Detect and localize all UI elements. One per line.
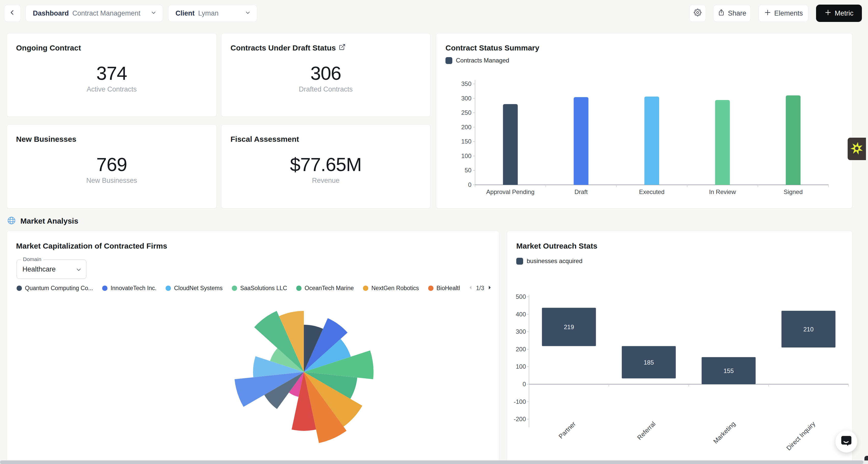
market-outreach-card: Market Outreach Stats businesses acquire… [507,231,852,464]
chevron-down-icon [151,10,157,17]
card-title: Ongoing Contract [16,44,81,52]
svg-text:300: 300 [516,328,526,335]
card-title: Contracts Under Draft Status [230,44,346,52]
back-button[interactable] [4,5,21,22]
bar-signed[interactable] [786,95,801,185]
svg-text:Approval Pending: Approval Pending [486,188,534,195]
svg-text:155: 155 [723,367,734,374]
client-select[interactable]: Client Lyman [168,5,257,22]
card-title: New Businesses [16,135,76,144]
share-icon [718,9,725,18]
chart-canvas: 5004003002001000-100-200219Partner185Ref… [507,231,853,464]
globe-icon [7,216,16,226]
asterisk-logo-icon [849,141,864,157]
metric-button-label: Metric [835,9,854,17]
plus-icon [825,9,832,18]
dashboard-select-value: Contract Management [72,9,140,17]
stat-card-fiscal-assessment: Fiscal Assessment $77.65M Revenue [221,124,430,208]
contract-status-summary-card: Contract Status Summary Contracts Manage… [436,33,852,208]
dashboard-root: Dashboard Contract Management Client Lym… [0,0,868,464]
svg-text:100: 100 [461,152,471,160]
stat-value: 374 [7,62,216,84]
svg-text:0: 0 [523,381,526,387]
chart-canvas: 050100150200250300350Approval PendingDra… [436,33,853,209]
stat-label: New Businesses [7,177,216,184]
settings-button[interactable] [689,5,706,22]
svg-text:100: 100 [516,363,526,370]
svg-text:Executed: Executed [639,188,664,195]
svg-text:400: 400 [516,311,526,318]
svg-text:Draft: Draft [574,188,588,195]
client-select-value: Lyman [198,9,219,17]
bar-approval-pending[interactable] [503,104,518,185]
svg-text:200: 200 [461,124,471,130]
svg-text:Partner: Partner [557,420,577,440]
svg-text:200: 200 [516,346,526,353]
card-title: Fiscal Assessment [230,135,299,144]
svg-text:0: 0 [468,181,471,188]
chat-bubble-icon [840,435,852,448]
stat-label: Active Contracts [7,85,216,93]
horizontal-scrollbar-thumb[interactable] [0,460,863,464]
dashboard-select-label: Dashboard [33,9,69,17]
add-elements-button[interactable]: Elements [758,5,808,22]
svg-text:210: 210 [803,326,813,333]
stat-card-ongoing-contract: Ongoing Contract 374 Active Contracts [7,33,217,117]
svg-text:350: 350 [461,80,471,87]
plus-icon [764,9,771,18]
stat-value: $77.65M [221,154,430,175]
svg-text:Referral: Referral [636,420,657,441]
stat-value: 769 [7,154,216,175]
client-select-label: Client [176,9,194,17]
chevron-left-icon [9,9,16,18]
external-link-icon[interactable] [339,44,346,52]
add-metric-button[interactable]: Metric [816,5,862,22]
stat-card-new-businesses: New Businesses 769 New Businesses [7,124,217,208]
share-button[interactable]: Share [713,5,751,22]
section-title: Market Analysis [20,217,78,225]
stat-label: Revenue [221,177,430,184]
svg-text:In Review: In Review [709,188,736,195]
svg-text:500: 500 [516,293,526,300]
market-cap-card: Market Capitalization of Contracted Firm… [7,231,499,464]
stat-card-contracts-under-draft: Contracts Under Draft Status 306 Drafted… [221,33,430,117]
svg-text:-200: -200 [514,415,526,423]
bar-draft[interactable] [574,97,588,185]
stat-value: 306 [221,62,430,84]
horizontal-scrollbar[interactable] [0,460,868,464]
topbar: Dashboard Contract Management Client Lym… [0,0,868,27]
svg-text:219: 219 [564,323,574,330]
gear-icon [694,9,702,18]
svg-text:Marketing: Marketing [712,420,737,445]
svg-text:Direct Inquiry: Direct Inquiry [785,420,816,452]
share-button-label: Share [728,9,746,17]
svg-text:50: 50 [465,167,471,174]
market-analysis-section-header: Market Analysis [7,216,78,226]
elements-button-label: Elements [774,9,803,17]
svg-text:250: 250 [461,109,471,116]
stat-label: Drafted Contracts [221,85,430,93]
bar-executed[interactable] [644,97,659,185]
chart-canvas [7,231,499,464]
svg-text:300: 300 [461,95,471,102]
chat-launcher-button[interactable] [835,431,857,453]
svg-text:185: 185 [644,359,654,366]
bar-in-review[interactable] [715,100,730,185]
brand-widget[interactable] [848,138,866,160]
svg-text:150: 150 [461,138,471,145]
dashboard-select[interactable]: Dashboard Contract Management [26,5,163,22]
chevron-down-icon [245,10,251,17]
svg-text:Signed: Signed [784,188,803,195]
svg-text:-100: -100 [514,398,526,405]
